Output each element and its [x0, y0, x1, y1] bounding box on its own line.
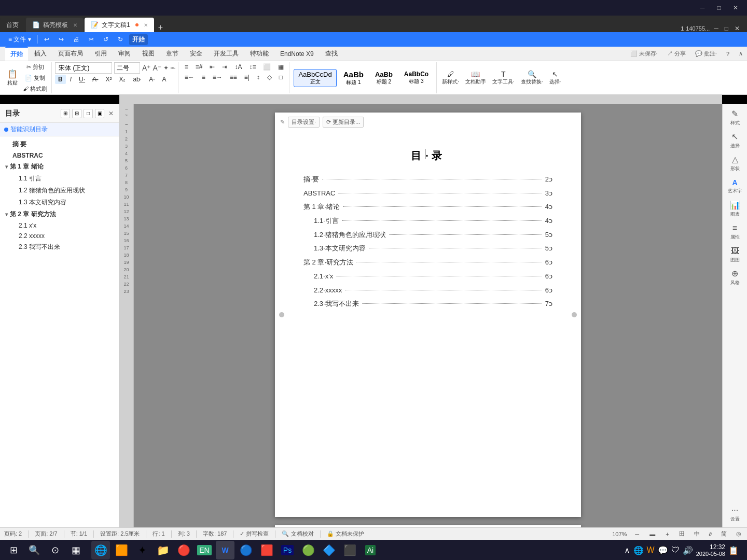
ribbon-tab-view[interactable]: 视图	[137, 47, 160, 60]
paste-btn[interactable]: 📋 粘贴	[5, 68, 20, 88]
status-view4[interactable]: 简	[720, 530, 728, 538]
ribbon-comment-btn[interactable]: 💬 批注·	[691, 50, 721, 58]
qa-undo-btn[interactable]: ↩	[41, 35, 52, 44]
col-spacing-btn[interactable]: ↕	[254, 73, 263, 82]
italic-btn[interactable]: I	[67, 75, 75, 84]
text-tools-btn[interactable]: T 文字工具·	[490, 69, 517, 87]
start-btn[interactable]: ⊞	[4, 541, 23, 559]
shape-fill-btn[interactable]: ◇	[264, 73, 275, 82]
indent-inc-btn[interactable]: ⇥	[219, 62, 230, 72]
toc-entry-2-1[interactable]: 2.1·x'x 6ↄ	[303, 270, 552, 283]
win-restore-btn[interactable]: □	[712, 3, 726, 13]
font-effects-btn[interactable]: ≈·	[171, 64, 176, 72]
sys-notifications[interactable]: 📋	[728, 545, 739, 555]
status-zoom-dec[interactable]: ─	[633, 531, 641, 537]
user-account[interactable]: 140755...	[686, 25, 710, 32]
taskbar-wechat[interactable]: 🟧	[112, 541, 131, 559]
ribbon-tab-section[interactable]: 章节	[161, 47, 184, 60]
align-dist-btn[interactable]: ≡|	[241, 73, 253, 82]
ribbon-help-btn[interactable]: ?	[722, 51, 734, 57]
subscript-btn[interactable]: X₂	[116, 75, 129, 84]
status-doc-check[interactable]: 🔍 文档校对	[282, 530, 313, 538]
ribbon-tab-security[interactable]: 安全	[185, 47, 208, 60]
taskbar-app-black[interactable]: ⬛	[340, 541, 359, 559]
toc-update-btn[interactable]: ⟳ 更新目录...	[323, 117, 364, 128]
sys-wps-notify[interactable]: W	[647, 545, 655, 555]
highlight-btn[interactable]: ab·	[130, 75, 145, 84]
status-view3[interactable]: ∂	[708, 531, 713, 537]
search-btn[interactable]: 🔍	[25, 541, 44, 559]
qa-print-btn[interactable]: 🖨	[70, 35, 82, 44]
status-view2[interactable]: 中	[693, 530, 701, 538]
right-chart-btn[interactable]: 📊 图表	[726, 200, 744, 218]
format-copy-btn[interactable]: 🖌 格式刷	[21, 84, 49, 94]
ribbon-tab-find[interactable]: 查找	[320, 47, 343, 60]
tab-template[interactable]: 📄 稿壳模板 ✕	[26, 18, 84, 32]
find-replace-btn[interactable]: 🔍 查找替换·	[519, 69, 545, 87]
shading-btn[interactable]: ⬜	[260, 62, 274, 72]
taskbar-photoshop[interactable]: Ps	[278, 541, 297, 559]
line-spacing-btn[interactable]: ↕≡	[246, 62, 259, 72]
style-heading1[interactable]: AaBb 标题 1	[339, 68, 368, 88]
sys-antivirus[interactable]: 🛡	[671, 545, 680, 555]
taskbar-browser[interactable]: 🌐	[91, 541, 110, 559]
sys-vpn[interactable]: 🌐	[633, 545, 644, 555]
taskbar-app-script[interactable]: Ai	[361, 541, 380, 559]
font-size-inc-btn[interactable]: A⁺	[142, 64, 150, 72]
ribbon-tab-review[interactable]: 审阅	[113, 47, 136, 60]
toc-item-abstract[interactable]: 摘 要	[0, 138, 119, 150]
sys-tray-up[interactable]: ∧	[624, 545, 630, 555]
toc-ai-btn[interactable]: 智能识别目录	[0, 123, 119, 136]
toc-item-2-2[interactable]: 2.2 xxxxx	[0, 231, 119, 241]
ribbon-expand-btn[interactable]: ∧	[735, 50, 747, 57]
new-style-btn[interactable]: 🖊 新样式·	[440, 69, 461, 87]
sys-sound[interactable]: 🔊	[683, 545, 693, 555]
ribbon-tab-special[interactable]: 特功能	[245, 47, 274, 60]
ribbon-tab-layout[interactable]: 页面布局	[53, 47, 88, 60]
style-normal[interactable]: AaBbCcDd 正文	[294, 69, 336, 87]
cortana-btn[interactable]: ⊙	[46, 541, 64, 559]
qa-start-btn[interactable]: 开始	[129, 34, 148, 45]
copy-btn[interactable]: 📄 复制	[21, 73, 49, 83]
toc-item-2-1[interactable]: 2.1 x'x	[0, 220, 119, 231]
align-left-btn[interactable]: ≡←	[182, 73, 198, 82]
status-zoom-inc[interactable]: +	[663, 531, 671, 537]
user-id-btn[interactable]: 1	[681, 25, 684, 32]
toc-entry-ch1[interactable]: 第 1 章·绪论 4ↄ	[303, 201, 552, 214]
ribbon-tab-endnote[interactable]: EndNote X9	[275, 48, 319, 60]
toc-entry-1-1[interactable]: 1.1·引言 4ↄ	[303, 215, 552, 228]
win-ctrl-close[interactable]: ✕	[732, 25, 742, 32]
qa-menu-btn[interactable]: ≡ 文件 ▾	[5, 34, 34, 45]
superscript-btn[interactable]: X²	[102, 75, 115, 84]
align-justify-btn[interactable]: ≡≡	[227, 73, 240, 82]
style-heading2[interactable]: AaBb 标题 2	[370, 69, 397, 87]
win-min-btn[interactable]: ─	[695, 3, 710, 13]
sort-btn[interactable]: ↕A	[231, 62, 245, 72]
tab-doc1[interactable]: 📝 文字文稿1 ✕	[85, 18, 154, 32]
tab-template-close[interactable]: ✕	[73, 22, 77, 28]
toc-close-btn[interactable]: ✕	[108, 110, 114, 117]
borders-btn[interactable]: ▦	[275, 62, 287, 72]
zoom-slider[interactable]: ▬	[647, 531, 657, 537]
win-close-btn[interactable]: ✕	[728, 3, 743, 13]
underline-btn[interactable]: U·	[76, 75, 88, 84]
toc-entry-2-2[interactable]: 2.2·xxxxx 6ↄ	[303, 284, 552, 297]
qa-redo2-btn[interactable]: ↻	[115, 35, 126, 44]
right-style2-btn[interactable]: ⊕ 风格	[726, 268, 744, 287]
toc-entry-1-3[interactable]: 1.3·本文研究内容 5ↄ	[303, 242, 552, 255]
qa-redo-btn[interactable]: ↪	[56, 35, 67, 44]
toc-item-1-3[interactable]: 1.3 本文研究内容	[0, 197, 119, 208]
win-ctrl-restore[interactable]: □	[723, 25, 730, 32]
taskview-btn[interactable]: ▦	[66, 541, 85, 559]
ribbon-tab-dev[interactable]: 开发工具	[209, 47, 244, 60]
font-color2-btn[interactable]: A	[159, 75, 169, 84]
status-spell[interactable]: ✓ 拼写检查	[240, 530, 269, 538]
bullet-list-btn[interactable]: ≡	[182, 62, 191, 72]
right-image-btn[interactable]: 🖼 图图	[726, 245, 744, 264]
toc-item-ch1[interactable]: ▾ 第 1 章 绪论	[0, 161, 119, 173]
font-size-input[interactable]	[114, 62, 140, 74]
toc-item-2-3[interactable]: 2.3 我写不出来	[0, 241, 119, 253]
toc-item-1-2[interactable]: 1.2 猪猪角色的应用现状	[0, 185, 119, 197]
document-area[interactable]: ✎ 目录设置· ⟳ 更新目录... 目·录 摘·要 2ↄ	[134, 104, 722, 527]
toc-entry-ch2[interactable]: 第 2 章·研究方法 6ↄ	[303, 256, 552, 269]
